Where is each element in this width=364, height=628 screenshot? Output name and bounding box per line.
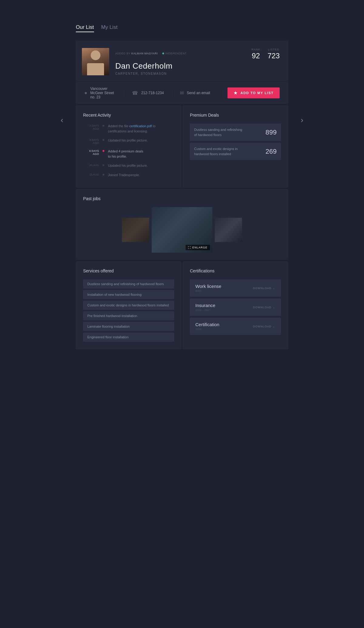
premium-deals-title: Premium Deals — [190, 113, 281, 118]
activity-dot — [103, 174, 104, 176]
star-icon: ★ — [234, 90, 238, 95]
past-jobs-title: Past jobs — [83, 196, 281, 201]
phone-text: 212-718-1234 — [141, 91, 164, 95]
list-item: 3 days ago Updated his profile picture. — [83, 138, 174, 145]
location-action: ● VancouverMcGeer Street no. 23 — [84, 87, 120, 99]
email-icon: ✉ — [180, 90, 184, 96]
activity-deals-section: Recent Activity 2 days ago Added the fil… — [76, 105, 288, 188]
job-images: ⛶ ENLARGE — [83, 207, 281, 253]
profile-subtitle: CARPENTER, STONEMASON — [115, 72, 280, 75]
recent-activity-title: Recent Activity — [83, 113, 174, 118]
divider-1 — [126, 88, 126, 97]
listed-item: LISTED 723 — [268, 48, 280, 60]
list-item: Pre finished hardwood installation — [83, 311, 174, 320]
cert-item: Insurance 2012 – 2017 DOWNLOAD ⌄ — [190, 299, 281, 316]
certifications-title: Certifications — [190, 268, 281, 273]
enlarge-icon: ⛶ — [188, 246, 191, 249]
recent-activity-card: Recent Activity 2 days ago Added the fil… — [76, 105, 181, 188]
activity-text: Joined Tradespeople. — [108, 172, 140, 178]
cert-link[interactable]: certification.pdf — [129, 124, 152, 128]
list-item: Installation of new hardwood flooring — [83, 290, 174, 299]
profile-card: ADDED BY KALMAN MAGYARI INDEPENDENT RANK — [76, 41, 288, 104]
cert-download-button[interactable]: DOWNLOAD ⌄ — [253, 287, 275, 290]
divider-3 — [221, 88, 221, 97]
cert-item: Work license 2003 DOWNLOAD ⌄ — [190, 279, 281, 297]
deal-item: Dustless sanding and refinishing of hard… — [190, 124, 281, 141]
cert-name: Insurance — [195, 303, 215, 308]
activity-time: 15 AUG — [83, 172, 99, 176]
activity-time: 6 days ago — [83, 149, 99, 155]
deal-price: 899 — [265, 128, 277, 136]
added-by-line: ADDED BY KALMAN MAGYARI INDEPENDENT — [115, 52, 187, 55]
activity-list: 2 days ago Added the file certification.… — [83, 124, 174, 177]
cert-download-button[interactable]: DOWNLOAD ⌄ — [253, 306, 275, 309]
prev-arrow[interactable]: ‹ — [61, 115, 63, 125]
profile-name: Dan Cederholm — [115, 61, 280, 71]
activity-text: Added the file certification.pdf to cert… — [108, 124, 174, 134]
job-thumb-left[interactable] — [122, 218, 149, 242]
activity-time: 3 days ago — [83, 138, 99, 145]
tab-my-list[interactable]: My List — [101, 24, 118, 32]
job-thumb-main[interactable]: ⛶ ENLARGE — [152, 207, 212, 253]
rank-listed: RANK 92 LISTED 723 — [251, 48, 280, 60]
deal-desc: Dustless sanding and refinishing of hard… — [194, 127, 243, 137]
certifications-card: Certifications Work license 2003 DOWNLOA… — [183, 261, 288, 349]
profile-top: ADDED BY KALMAN MAGYARI INDEPENDENT RANK — [76, 41, 288, 81]
activity-dot — [103, 164, 104, 166]
location-text: VancouverMcGeer Street no. 23 — [90, 87, 120, 99]
deal-desc: Custom and exotic designs in hardwood fl… — [194, 146, 243, 156]
divider-2 — [174, 88, 174, 97]
email-action[interactable]: ✉ Send an email — [180, 90, 215, 96]
cert-name: Certification — [195, 322, 219, 327]
list-item: Engineered floor installation — [83, 333, 174, 342]
activity-dot — [103, 125, 104, 127]
list-item: 6 days ago Added 4 premium dealsto his p… — [83, 149, 174, 159]
add-to-list-button[interactable]: ★ ADD TO MY LIST — [228, 87, 280, 98]
activity-text: Added 4 premium dealsto his profile. — [108, 149, 143, 159]
cert-info: Work license 2003 — [195, 284, 221, 292]
rank-item: RANK 92 — [251, 48, 260, 60]
list-item: Dustless sanding and refinishing of hard… — [83, 279, 174, 288]
past-jobs-card: Past jobs ⛶ ENLARGE — [76, 189, 288, 260]
activity-text: Updated his profile picture. — [108, 138, 148, 143]
cert-info: Insurance 2012 – 2017 — [195, 303, 215, 312]
services-certs-section: Services offered Dustless sanding and re… — [76, 261, 288, 349]
list-item: Laminate flooring installation — [83, 322, 174, 331]
cert-name: Work license — [195, 284, 221, 289]
cert-year: 2010 — [195, 328, 219, 331]
cert-download-button[interactable]: DOWNLOAD ⌄ — [253, 325, 275, 328]
profile-info: ADDED BY KALMAN MAGYARI INDEPENDENT RANK — [109, 48, 280, 75]
activity-dot-active — [103, 150, 104, 152]
nav-tabs: Our List My List — [76, 24, 288, 32]
services-title: Services offered — [83, 268, 174, 273]
activity-time: 20 AUG — [83, 163, 99, 167]
tab-our-list[interactable]: Our List — [76, 24, 94, 32]
phone-icon: ☎ — [132, 90, 138, 96]
profile-actions: ● VancouverMcGeer Street no. 23 ☎ 212-71… — [76, 81, 288, 104]
cert-info: Certification 2010 — [195, 322, 219, 331]
services-card: Services offered Dustless sanding and re… — [76, 261, 181, 349]
activity-dot — [103, 139, 104, 141]
email-text: Send an email — [187, 91, 210, 95]
job-thumb-right[interactable] — [215, 218, 242, 242]
independent-badge: INDEPENDENT — [162, 52, 187, 55]
cert-item: Certification 2010 DOWNLOAD ⌄ — [190, 318, 281, 335]
service-list: Dustless sanding and refinishing of hard… — [83, 279, 174, 342]
activity-text: Updated his profile picture. — [108, 163, 148, 168]
activity-time: 2 days ago — [83, 124, 99, 130]
deal-price: 269 — [265, 148, 277, 155]
avatar — [82, 48, 109, 75]
cert-year: 2003 — [195, 289, 221, 292]
cert-year: 2012 – 2017 — [195, 309, 215, 312]
enlarge-overlay[interactable]: ⛶ ENLARGE — [186, 245, 210, 250]
list-item: Custom and exotic designs in hardwood fl… — [83, 301, 174, 310]
list-item: 15 AUG Joined Tradespeople. — [83, 172, 174, 178]
phone-action: ☎ 212-718-1234 — [132, 90, 167, 96]
list-item: 2 days ago Added the file certification.… — [83, 124, 174, 134]
enlarge-label: ENLARGE — [192, 246, 207, 249]
list-item: 20 AUG Updated his profile picture. — [83, 163, 174, 168]
location-icon: ● — [84, 90, 87, 96]
next-arrow[interactable]: › — [301, 115, 303, 125]
add-to-list-label: ADD TO MY LIST — [241, 91, 274, 95]
premium-deals-card: Premium Deals Dustless sanding and refin… — [183, 105, 288, 188]
